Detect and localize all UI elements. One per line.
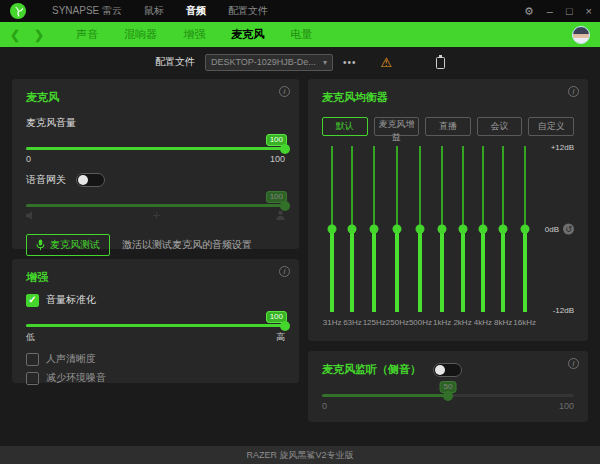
nav-arrows: ❮ ❯	[10, 28, 44, 42]
tab-mixer[interactable]: 混响器	[124, 27, 157, 42]
forward-arrow-icon[interactable]: ❯	[34, 28, 44, 42]
voice-gate-knob[interactable]	[280, 201, 290, 211]
mic-panel-title: 麦克风	[26, 90, 285, 105]
settings-gear-icon[interactable]: ⚙	[524, 6, 534, 17]
eq-bands: 31Hz 63Hz 125Hz 250Hz	[322, 146, 536, 327]
eq-reset-icon[interactable]: ↺	[563, 224, 574, 235]
user-avatar[interactable]	[572, 26, 590, 44]
battery-icon	[436, 55, 445, 69]
eq-band-63hz[interactable]: 63Hz	[342, 146, 362, 327]
eq-freq-label: 250Hz	[386, 318, 409, 327]
mic-volume-min: 0	[26, 154, 31, 164]
eq-band-250hz[interactable]: 250Hz	[386, 146, 409, 327]
enhancement-panel: i 增强 音量标准化 100 低 高 人声清晰度	[12, 259, 299, 383]
mic-eq-panel: i 麦克风均衡器 默认 麦克风增益 直播 会议 自定义 31Hz	[308, 79, 588, 341]
eq-band-16khz[interactable]: 16kHz	[513, 146, 536, 327]
voice-gate-slider[interactable]: 100	[26, 204, 285, 220]
eq-band-500hz[interactable]: 500Hz	[409, 146, 432, 327]
chevron-down-icon: ▾	[323, 58, 327, 67]
eq-scale-bottom: -12dB	[553, 306, 574, 315]
more-options-button[interactable]: •••	[343, 57, 357, 68]
eq-knob[interactable]	[393, 225, 402, 234]
eq-freq-label: 500Hz	[409, 318, 432, 327]
mic-volume-label: 麦克风音量	[26, 116, 285, 130]
razer-snake-icon	[13, 6, 24, 17]
preset-mic-gain[interactable]: 麦克风增益	[374, 117, 420, 136]
preset-default[interactable]: 默认	[322, 117, 368, 136]
statusbar: RAZER 旋风黑鲨V2专业版	[0, 446, 600, 464]
tab-power[interactable]: 电量	[290, 27, 312, 42]
menu-item-profiles[interactable]: 配置文件	[228, 4, 268, 18]
mic-test-button[interactable]: 麦克风测试	[26, 234, 110, 256]
eq-panel-title: 麦克风均衡器	[322, 90, 574, 105]
quiet-speaker-icon	[26, 211, 36, 220]
monitor-level-knob[interactable]	[443, 391, 453, 401]
ambient-noise-checkbox[interactable]	[26, 372, 39, 385]
monitor-level-slider[interactable]: 50 0 100	[322, 394, 574, 411]
mid-tick-icon	[153, 212, 160, 219]
eq-scale-mid: 0dB	[545, 225, 559, 234]
info-icon[interactable]: i	[279, 266, 290, 277]
close-button[interactable]: ×	[586, 6, 592, 17]
device-tabs: 声音 混响器 增强 麦克风 电量	[76, 27, 312, 42]
eq-band-2khz[interactable]: 2kHz	[452, 146, 472, 327]
eq-knob[interactable]	[478, 225, 487, 234]
normalization-min: 低	[26, 331, 35, 344]
eq-knob[interactable]	[348, 225, 357, 234]
eq-band-4khz[interactable]: 4kHz	[473, 146, 493, 327]
minimize-button[interactable]: –	[547, 6, 553, 17]
monitor-level-min: 0	[322, 401, 327, 411]
maximize-button[interactable]: □	[566, 6, 573, 17]
menu-item-synapse[interactable]: SYNAPSE 雷云	[52, 4, 122, 18]
eq-knob[interactable]	[520, 225, 529, 234]
back-arrow-icon[interactable]: ❮	[10, 28, 20, 42]
eq-knob[interactable]	[328, 225, 337, 234]
eq-knob[interactable]	[499, 225, 508, 234]
tab-sound[interactable]: 声音	[76, 27, 98, 42]
volume-normalization-checkbox[interactable]	[26, 294, 39, 307]
preset-custom[interactable]: 自定义	[528, 117, 574, 136]
main-content: i 麦克风 麦克风音量 100 0 100 语音网关 100	[0, 77, 600, 446]
menu-item-mouse[interactable]: 鼠标	[144, 4, 164, 18]
warning-icon[interactable]: ⚠	[380, 56, 392, 69]
profile-dropdown[interactable]: DESKTOP-1029HJB-De... ▾	[205, 54, 333, 71]
eq-band-125hz[interactable]: 125Hz	[363, 146, 386, 327]
tab-enhancement[interactable]: 增强	[183, 27, 205, 42]
synapse-window: SYNAPSE 雷云 鼠标 音频 配置文件 ⚙ – □ × ❮ ❯ 声音 混响器…	[0, 0, 600, 464]
eq-db-scale: +12dB 0dB ↺ -12dB	[536, 146, 574, 312]
eq-freq-label: 16kHz	[513, 318, 536, 327]
titlebar: SYNAPSE 雷云 鼠标 音频 配置文件 ⚙ – □ ×	[0, 0, 600, 22]
info-icon[interactable]: i	[568, 358, 579, 369]
normalization-knob[interactable]	[280, 321, 290, 331]
mic-test-hint: 激活以测试麦克风的音频设置	[122, 238, 252, 252]
mic-monitoring-toggle[interactable]	[433, 363, 462, 377]
eq-band-8khz[interactable]: 8kHz	[493, 146, 513, 327]
eq-freq-label: 31Hz	[323, 318, 342, 327]
eq-knob[interactable]	[416, 225, 425, 234]
voice-gate-toggle[interactable]	[76, 173, 105, 187]
menu-item-audio[interactable]: 音频	[186, 4, 206, 18]
mic-volume-slider[interactable]: 100 0 100	[26, 147, 285, 164]
preset-conference[interactable]: 会议	[477, 117, 523, 136]
monitor-panel-title: 麦克风监听（侧音）	[322, 362, 421, 377]
microphone-panel: i 麦克风 麦克风音量 100 0 100 语音网关 100	[12, 79, 299, 249]
eq-freq-label: 63Hz	[343, 318, 362, 327]
info-icon[interactable]: i	[279, 86, 290, 97]
info-icon[interactable]: i	[568, 86, 579, 97]
profile-label: 配置文件	[155, 55, 195, 69]
normalization-slider[interactable]: 100 低 高	[26, 324, 285, 344]
razer-logo-icon[interactable]	[10, 3, 26, 19]
mic-volume-knob[interactable]	[280, 144, 290, 154]
vocal-clarity-checkbox[interactable]	[26, 353, 39, 366]
speaking-person-icon	[276, 210, 285, 220]
preset-streaming[interactable]: 直播	[425, 117, 471, 136]
eq-band-31hz[interactable]: 31Hz	[322, 146, 342, 327]
eq-knob[interactable]	[458, 225, 467, 234]
tab-mic[interactable]: 麦克风	[231, 27, 264, 42]
eq-knob[interactable]	[370, 225, 379, 234]
eq-band-1khz[interactable]: 1kHz	[432, 146, 452, 327]
eq-knob[interactable]	[438, 225, 447, 234]
eq-scale-top: +12dB	[551, 143, 574, 152]
eq-freq-label: 4kHz	[474, 318, 492, 327]
mic-test-button-label: 麦克风测试	[50, 238, 100, 252]
